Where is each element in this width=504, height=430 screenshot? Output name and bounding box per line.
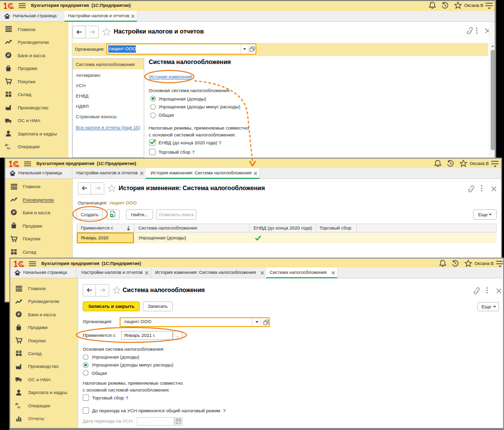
svg-text:P: P — [7, 53, 10, 58]
svg-text:P: P — [17, 312, 20, 317]
svg-text:Кт: Кт — [18, 406, 21, 409]
svg-text:Дт: Дт — [5, 143, 8, 146]
svg-text:Кт: Кт — [7, 147, 11, 150]
svg-text:Дт: Дт — [15, 402, 19, 405]
svg-text:P: P — [12, 210, 15, 215]
